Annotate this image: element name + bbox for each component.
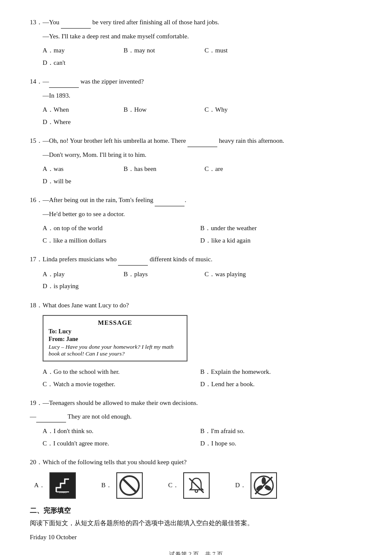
q19-option-c: C．I couldn't agree more. <box>43 437 196 450</box>
q16-blank <box>155 195 184 206</box>
section2-desc: 阅读下面短文，从短文后各题所给的四个选项中选出能填入空白处的最佳答案。 <box>30 518 362 529</box>
q15-response: —Don't worry, Mom. I'll bring it to him. <box>43 150 362 161</box>
q19-option-d: D．I hope so. <box>200 437 354 450</box>
question-16: 16．—After being out in the rain, Tom's f… <box>30 195 362 246</box>
message-box: MESSAGE To: Lucy From: Jane Lucy – Have … <box>43 315 187 361</box>
q18-option-b: B．Explain the homework. <box>200 366 354 378</box>
q17-option-a: A．play <box>43 268 119 280</box>
svg-text:STAIRS: STAIRS <box>59 491 66 494</box>
q13-option-a: A．may <box>43 44 119 57</box>
q14-options: A．When B．How C．Why D．Where <box>43 104 362 128</box>
q15-option-d: D．will be <box>43 175 119 188</box>
q20-icon-b-item: B． <box>101 472 143 499</box>
q13-option-c: C．must <box>205 44 281 57</box>
message-to: To: Lucy <box>49 328 182 335</box>
q20-icon-a: STAIRS <box>49 472 76 499</box>
q13-option-d: D．can't <box>43 57 119 69</box>
q20-icons-row: A． STAIRS B． C． <box>34 472 362 499</box>
q15-option-b: B．has been <box>124 163 200 175</box>
q14-option-c: C．Why <box>205 104 281 116</box>
section2-firstline: Friday 10 October <box>30 532 362 543</box>
message-body: Lucy – Have you done your homework? I le… <box>49 344 182 357</box>
q20-prompt: 20．Which of the following tells that you… <box>30 457 362 468</box>
q17-options: A．play B．plays C．was playing D．is playin… <box>43 268 362 292</box>
no-symbol-icon <box>119 475 140 496</box>
question-17: 17．Linda prefers musicians who different… <box>30 254 362 292</box>
q20-label-c: C． <box>168 481 179 489</box>
q15-option-c: C．are <box>205 163 281 175</box>
quiet-bell-icon <box>186 475 207 496</box>
q19-option-b: B．I'm afraid so. <box>200 425 354 437</box>
message-title: MESSAGE <box>49 319 182 327</box>
question-19: 19．—Teenagers should be allowed to make … <box>30 398 362 449</box>
question-15: 15．—Oh, no! Your brother left his umbrel… <box>30 136 362 187</box>
q15-options: A．was B．has been C．are D．will be <box>43 163 362 187</box>
q17-blank <box>118 254 148 266</box>
q20-icon-d-item: D． <box>235 472 277 499</box>
q20-icon-c <box>183 472 210 499</box>
q13-prompt: 13．—You be very tired after finishing al… <box>30 17 362 29</box>
q18-prompt: 18．What does Jane want Lucy to do? <box>30 300 362 311</box>
q20-label-a: A． <box>34 481 45 489</box>
q19-prompt: 19．—Teenagers should be allowed to make … <box>30 398 362 409</box>
q13-blank <box>61 17 91 29</box>
q20-icon-a-item: A． STAIRS <box>34 472 76 499</box>
section2-header: 二、完形填空 <box>30 506 362 515</box>
q16-prompt: 16．—After being out in the rain, Tom's f… <box>30 195 362 206</box>
q14-option-d: D．Where <box>43 116 119 128</box>
q20-icon-b <box>116 472 143 499</box>
q20-icon-d <box>251 472 277 499</box>
q16-option-b: B．under the weather <box>200 222 354 234</box>
q19-blank <box>36 411 66 423</box>
q16-option-c: C．like a million dollars <box>43 234 196 247</box>
question-13: 13．—You be very tired after finishing al… <box>30 17 362 69</box>
no-fan-icon <box>253 475 274 496</box>
svg-point-6 <box>195 490 198 492</box>
page-footer: 试卷第 2 页，共 7 页 <box>0 551 392 555</box>
q19-response: — They are not old enough. <box>30 411 362 423</box>
footer-text: 试卷第 2 页，共 7 页 <box>169 551 223 555</box>
q20-label-b: B． <box>101 481 112 489</box>
q14-option-a: A．When <box>43 104 119 116</box>
q15-blank <box>187 136 217 147</box>
q18-option-d: D．Lend her a book. <box>200 378 354 390</box>
q16-options: A．on top of the world B．under the weathe… <box>43 222 362 246</box>
q13-response: —Yes. I'll take a deep rest and make mys… <box>43 31 362 42</box>
q16-option-d: D．like a kid again <box>200 234 354 247</box>
message-from: From: Jane <box>49 336 182 343</box>
q14-prompt: 14．— was the zipper invented? <box>30 76 362 88</box>
q15-prompt: 15．—Oh, no! Your brother left his umbrel… <box>30 136 362 147</box>
q16-option-a: A．on top of the world <box>43 222 196 234</box>
q14-blank <box>49 76 79 88</box>
q13-option-b: B．may not <box>124 44 200 57</box>
stairs-icon: STAIRS <box>54 477 71 494</box>
q14-response: —In 1893. <box>43 90 362 101</box>
q13-options: A．may B．may not C．must D．can't <box>43 44 362 69</box>
q17-prompt: 17．Linda prefers musicians who different… <box>30 254 362 266</box>
q19-option-a: A．I don't think so. <box>43 425 196 437</box>
q17-option-c: C．was playing <box>205 268 281 280</box>
q19-options: A．I don't think so. B．I'm afraid so. C．I… <box>43 425 362 449</box>
q18-options: A．Go to the school with her. B．Explain t… <box>43 366 362 390</box>
q18-option-a: A．Go to the school with her. <box>43 366 196 378</box>
q20-label-d: D． <box>235 481 246 489</box>
q20-icon-c-item: C． <box>168 472 210 499</box>
q17-option-d: D．is playing <box>43 280 119 292</box>
q17-option-b: B．plays <box>124 268 200 280</box>
q14-option-b: B．How <box>124 104 200 116</box>
q15-option-a: A．was <box>43 163 119 175</box>
question-20: 20．Which of the following tells that you… <box>30 457 362 499</box>
q18-option-c: C．Watch a movie together. <box>43 378 196 390</box>
q16-response: —He'd better go to see a doctor. <box>43 209 362 220</box>
question-14: 14．— was the zipper invented? —In 1893. … <box>30 76 362 128</box>
question-18: 18．What does Jane want Lucy to do? MESSA… <box>30 300 362 390</box>
